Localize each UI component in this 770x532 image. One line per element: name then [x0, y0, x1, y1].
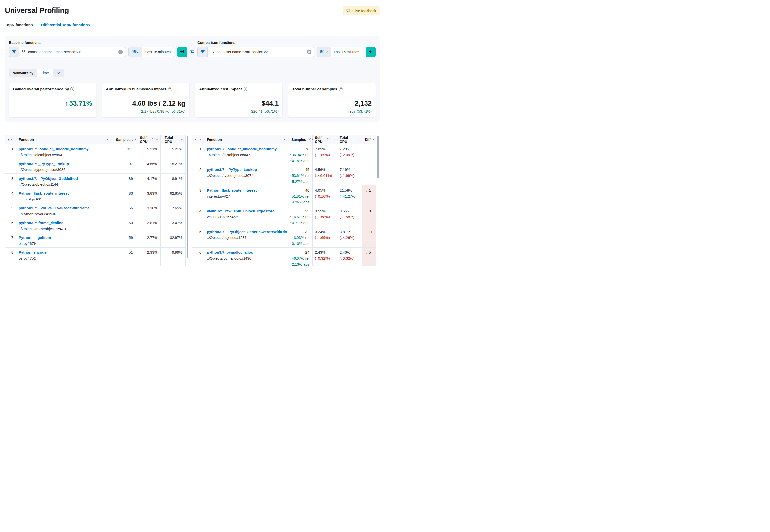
baseline-table-scrollbar[interactable] [186, 135, 188, 266]
normalize-by-dropdown[interactable] [53, 69, 64, 77]
chevron-down-icon[interactable] [156, 138, 158, 140]
chevron-down-icon[interactable] [198, 138, 201, 141]
self-cpu-cell: 3.55%(↓1.58%) [312, 206, 337, 227]
function-link[interactable]: python3.7: lookdict_unicode_nodummy [19, 147, 109, 151]
rank-column-header[interactable] [192, 135, 204, 144]
row-rank: 7 [5, 233, 16, 247]
samples-column-header[interactable]: Samples [287, 135, 312, 144]
baseline-time-range[interactable]: Last 15 minutes [142, 47, 174, 57]
self-cpu-value: 2.43% [315, 250, 334, 254]
total-cpu-column-header[interactable]: Total CPU [337, 135, 362, 144]
function-file: os.py#679 [19, 241, 109, 246]
total-cpu-cell: 8.81%(↓4.26%) [337, 227, 362, 247]
total-cpu-column-header[interactable]: Total CPU [161, 135, 185, 144]
self-cpu-cell: 3.24%(↓1.69%) [312, 227, 337, 247]
function-link[interactable]: python3.7: _PyObject_GenericGetAttrWithD… [207, 230, 285, 234]
samples-abs-delta: ↑0.71% abs [290, 221, 309, 225]
rank-column-header[interactable] [5, 135, 16, 144]
comparison-update-button[interactable] [366, 47, 375, 57]
chevron-down-icon[interactable] [11, 138, 13, 141]
normalize-by-value[interactable]: Time [37, 69, 53, 77]
function-file: ../Python/ceval.c#3946 [19, 212, 109, 216]
samples-value: 89 [112, 174, 136, 188]
chevron-down-icon[interactable] [373, 139, 374, 140]
function-link[interactable]: python3.7: lookdict_unicode_nodummy [207, 147, 285, 151]
tab-differential-topn-functions[interactable]: Differential TopN functions [41, 23, 90, 31]
samples-cell: 35↑16.67% rel↑0.71% abs [287, 206, 312, 227]
comparison-filter-button[interactable] [197, 47, 207, 57]
samples-column-header[interactable]: Samples [112, 135, 136, 144]
diff-cell: 1 [362, 185, 376, 206]
baseline-calendar-button[interactable] [129, 47, 142, 57]
function-link[interactable]: vmlinux: _raw_spin_unlock_irqrestore [207, 209, 285, 213]
total-cpu-value: 2.43% [340, 250, 359, 254]
function-file: ../Objects/dictobject.c#854 [19, 153, 109, 157]
total-cpu-cell: 2.43%(↓0.32%) [337, 248, 362, 266]
card-delta [13, 109, 92, 114]
diff-column-header[interactable]: Diff [362, 135, 376, 144]
comparison-table-scrollbar[interactable] [377, 135, 379, 266]
give-feedback-button[interactable]: Give feedback [342, 6, 379, 15]
function-link[interactable]: python3.7: _PyType_Lookup [207, 167, 285, 172]
baseline-filter-button[interactable] [9, 47, 19, 57]
comparison-calendar-button[interactable] [317, 47, 330, 57]
function-link[interactable]: python3.7: _PyEval_EvalCodeWithName [19, 206, 109, 210]
scrollbar-thumb[interactable] [187, 136, 188, 258]
help-icon[interactable] [70, 87, 74, 91]
self-cpu-column-header[interactable]: Self CPU [312, 135, 337, 144]
function-link[interactable]: Python: __getitem__ [19, 235, 109, 240]
diff-cell: 11 [362, 227, 376, 247]
function-link[interactable]: python3.7: frame_dealloc [19, 221, 109, 225]
chevron-down-icon[interactable] [283, 138, 285, 141]
scrollbar-thumb[interactable] [377, 136, 379, 178]
baseline-update-button[interactable] [177, 47, 187, 57]
function-link[interactable]: Python: flask_route_interest [19, 191, 109, 195]
function-link[interactable]: Python: flask_route_interest [207, 188, 285, 192]
filters-panel: Baseline functions ✕ [5, 36, 379, 122]
rank-down-arrow-icon [366, 230, 368, 234]
function-link[interactable]: python3.7: _PyObject_GetMethod [19, 176, 109, 181]
comparison-time-range[interactable]: Last 15 minutes [330, 47, 362, 57]
rank-down-arrow-icon [366, 209, 368, 213]
filter-icon [201, 50, 204, 54]
diff-value: 1 [369, 188, 371, 192]
info-icon [132, 138, 136, 141]
function-column-header[interactable]: Function [204, 135, 287, 144]
samples-rel-delta: ↑3.03% rel [290, 235, 309, 240]
help-icon[interactable] [243, 87, 247, 91]
self-cpu-value: 2.81% [136, 218, 161, 233]
function-link[interactable]: python3.7: _PyType_Lookup [19, 162, 109, 166]
function-column-header[interactable]: Function [16, 135, 112, 144]
total-cpu-delta: (↓1.99%) [340, 173, 359, 178]
card-title-text: Annualized cost impact [199, 87, 242, 91]
swap-sides-button[interactable] [187, 50, 197, 54]
row-rank: 1 [5, 144, 16, 159]
function-file: ../Objects/obmalloc.c#1436 [207, 256, 285, 260]
self-cpu-delta: (↓0.32%) [315, 256, 334, 260]
help-icon[interactable] [168, 87, 172, 91]
function-file: interest.py#31 [19, 197, 109, 201]
help-icon[interactable] [339, 87, 343, 91]
sort-ascending-icon [7, 138, 9, 142]
comparison-query-input[interactable] [217, 50, 305, 54]
comparison-clear-icon[interactable]: ✕ [307, 50, 311, 54]
samples-value: 51 [112, 248, 136, 262]
function-link[interactable]: python3.7: pymalloc_alloc [207, 250, 285, 254]
info-icon [307, 138, 311, 141]
function-link[interactable]: python3.7: _PyDict_LoadGlobal [19, 265, 109, 266]
card-title: Total number of samples [292, 87, 372, 91]
baseline-query-input[interactable] [28, 50, 116, 54]
chevron-down-icon[interactable] [333, 138, 335, 140]
self-cpu-column-header[interactable]: Self CPU [136, 135, 161, 144]
chevron-down-icon[interactable] [181, 138, 183, 140]
baseline-clear-icon[interactable]: ✕ [118, 50, 123, 54]
self-cpu-value: 3.24% [315, 230, 334, 234]
chevron-down-icon[interactable] [357, 138, 360, 141]
function-file: ../Objects/typeobject.c#3074 [207, 173, 285, 178]
function-file: interest.py#27 [207, 194, 285, 198]
total-cpu-cell: 7.19%(↓1.99%) [337, 165, 362, 185]
chevron-down-icon[interactable] [107, 138, 110, 141]
function-link[interactable]: Python: encode [19, 250, 109, 254]
self-cpu-value: 4.55% [136, 159, 161, 173]
tab-topn-functions[interactable]: TopN functions [5, 23, 33, 31]
